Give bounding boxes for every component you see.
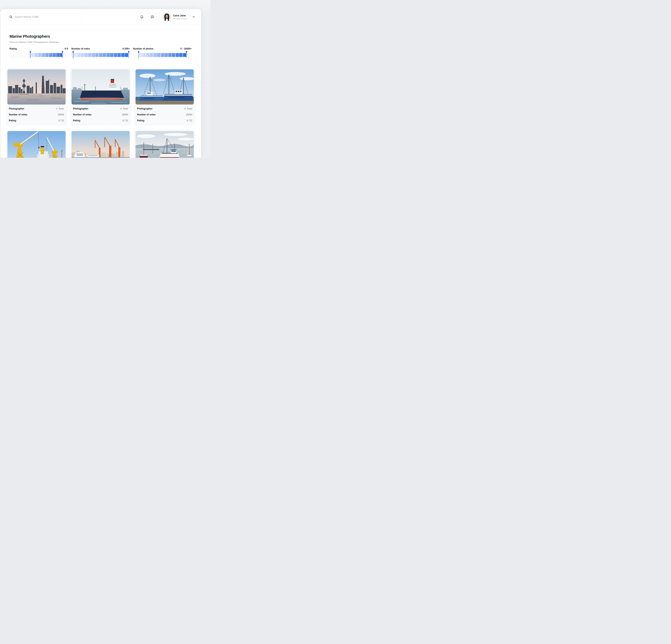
photographer-photo-shipyard-cranes [8, 131, 66, 158]
card-row-votes: Number of votes 18084 [73, 113, 128, 116]
photographers-grid: Photographer V. Tonic Number of votes 18… [6, 68, 195, 158]
field-value: V. Tonic [184, 107, 192, 110]
field-label: Rating [137, 119, 144, 122]
slider-track[interactable] [10, 53, 68, 57]
filters-panel: Marine Photographers Discover Marine Tra… [6, 30, 195, 63]
slider-label: Number of votes [72, 47, 90, 50]
slider-fill [139, 53, 186, 57]
user-menu[interactable]: Caira Jane Personal Account [163, 13, 195, 21]
field-label: Number of votes [73, 113, 91, 116]
slider-votes: Number of votes 0-200+ [72, 47, 130, 57]
photographer-photo-blue-trawlers [136, 69, 194, 104]
card-info: Photographer V. Tonic Number of votes 18… [8, 104, 66, 122]
card-row-votes: Number of votes 18084 [137, 113, 192, 116]
card-info: Photographer V. Tonic Number of votes 18… [136, 104, 194, 122]
slider-handle-max[interactable] [62, 51, 63, 58]
photographer-card[interactable]: Photographer V. Tonic Number of votes 18… [6, 130, 67, 158]
chat-icon [151, 15, 154, 19]
photographer-card[interactable]: Photographer V. Tonic Number of votes 18… [6, 68, 67, 125]
card-row-photographer: Photographer V. Tonic [73, 107, 128, 110]
slider-track[interactable] [72, 53, 130, 57]
search-input[interactable] [15, 15, 81, 18]
filter-sliders: Rating 0-5 Number of votes 0-200+ [10, 47, 192, 57]
page-title: Marine Photographers [10, 34, 192, 39]
slider-label: Number of photos [133, 47, 153, 50]
field-value: 4.711 [59, 119, 64, 122]
slider-handle-max[interactable] [128, 51, 129, 58]
slider-handle-min[interactable] [30, 51, 31, 58]
field-value: 18084 [122, 113, 128, 116]
messages-button[interactable] [148, 13, 156, 21]
slider-photos: Number of photos 0 - 15000+ [133, 47, 192, 57]
app: Caira Jane Personal Account Marine Photo… [0, 0, 211, 158]
photographer-card[interactable]: Photographer V. Tonic Number of votes 18… [70, 130, 131, 158]
photographer-photo-harbor-cranes [72, 131, 130, 158]
field-label: Rating [9, 119, 16, 122]
card-row-rating: Rating 4.711 [9, 119, 64, 122]
field-value: 4.711 [123, 119, 128, 122]
field-value: 18084 [58, 113, 64, 116]
card-info: Photographer V. Tonic Number of votes 18… [72, 104, 130, 122]
page-subtitle: Discover Marine Traffic Photographers Da… [10, 41, 192, 43]
topbar: Caira Jane Personal Account [0, 9, 201, 25]
photographer-photo-cargo-ship [72, 69, 130, 104]
field-value: 18084 [186, 113, 192, 116]
chevron-down-icon[interactable] [192, 15, 195, 18]
photographer-card[interactable]: Photographer V. Tonic Number of votes 18… [134, 68, 195, 125]
slider-fill [30, 53, 62, 57]
field-label: Rating [73, 119, 80, 122]
field-label: Photographer [9, 107, 24, 110]
field-value: 4.711 [187, 119, 192, 122]
card-row-photographer: Photographer V. Tonic [137, 107, 192, 110]
field-value: V. Tonic [120, 107, 128, 110]
card-row-photographer: Photographer V. Tonic [9, 107, 64, 110]
photographer-photo-calm-bay [136, 131, 194, 158]
topbar-actions: Caira Jane Personal Account [138, 13, 195, 21]
slider-rating: Rating 0-5 [10, 47, 68, 57]
card-row-rating: Rating 4.711 [137, 119, 192, 122]
photographer-card[interactable]: Photographer V. Tonic Number of votes 18… [134, 130, 195, 158]
photographer-photo-shanghai-skyline [8, 69, 66, 104]
field-label: Photographer [137, 107, 152, 110]
field-value: V. Tonic [56, 107, 64, 110]
slider-range-value: 0 - 15000+ [180, 47, 192, 50]
slider-fill [73, 53, 129, 57]
slider-range-value: 0-5 [65, 47, 68, 50]
slider-handle-max[interactable] [186, 51, 187, 58]
slider-handle-min[interactable] [73, 51, 74, 58]
slider-handle-min[interactable] [138, 51, 139, 58]
card-row-votes: Number of votes 18084 [9, 113, 64, 116]
slider-label: Rating [10, 47, 17, 50]
notifications-button[interactable] [138, 13, 146, 21]
user-info: Caira Jane Personal Account [173, 14, 187, 20]
main-panel: Caira Jane Personal Account Marine Photo… [0, 9, 201, 158]
field-label: Photographer [73, 107, 88, 110]
field-label: Number of votes [137, 113, 155, 116]
avatar [163, 13, 171, 21]
card-row-rating: Rating 4.711 [73, 119, 128, 122]
photographer-card[interactable]: Photographer V. Tonic Number of votes 18… [70, 68, 131, 125]
user-name: Caira Jane [173, 14, 187, 17]
search-icon [9, 15, 13, 19]
bell-icon [140, 15, 144, 19]
slider-range-value: 0-200+ [123, 47, 130, 50]
user-account-type: Personal Account [173, 18, 187, 20]
field-label: Number of votes [9, 113, 27, 116]
slider-track[interactable] [133, 53, 192, 57]
search-input-wrapper[interactable] [6, 13, 83, 21]
